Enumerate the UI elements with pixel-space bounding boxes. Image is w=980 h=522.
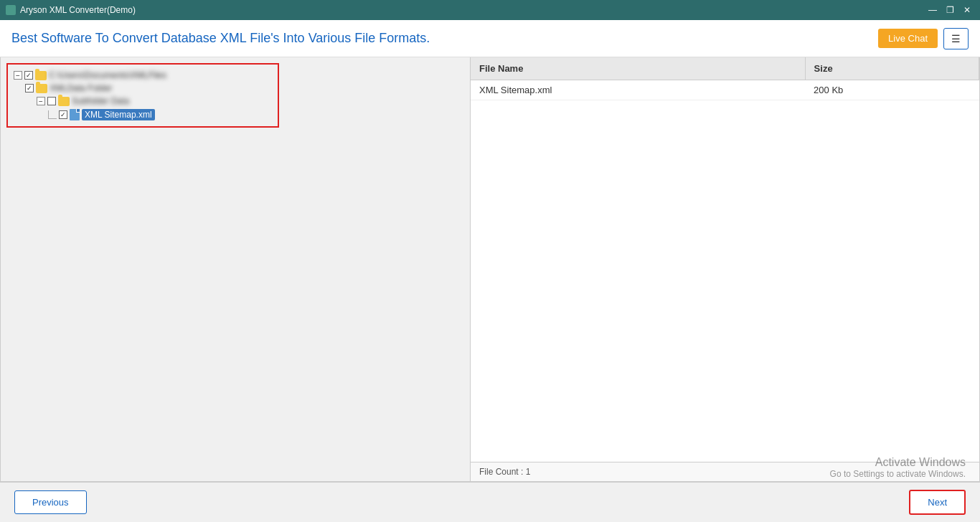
tree-checkbox-4[interactable] bbox=[59, 110, 67, 119]
folder-icon-2 bbox=[36, 84, 47, 93]
col-size: Size bbox=[805, 57, 979, 80]
table-row: XML Sitemap.xml200 Kb bbox=[471, 80, 979, 100]
file-table: File Name Size XML Sitemap.xml200 Kb bbox=[471, 57, 979, 100]
menu-button[interactable]: ☰ bbox=[943, 28, 969, 49]
tree-expand-3[interactable]: − bbox=[37, 97, 45, 105]
close-button[interactable]: ✕ bbox=[960, 4, 974, 16]
title-bar: Aryson XML Converter(Demo) — ❐ ✕ bbox=[0, 0, 980, 20]
file-table-header: File Name Size bbox=[471, 57, 979, 80]
header-bar: Best Software To Convert Database XML Fi… bbox=[0, 20, 980, 57]
file-count-bar: File Count : 1 bbox=[471, 462, 979, 481]
tree-expand-1[interactable]: − bbox=[14, 71, 22, 80]
main-content: − C:\Users\Documents\XMLFiles XMLData Fo… bbox=[0, 57, 980, 482]
right-panel: File Name Size XML Sitemap.xml200 Kb Fil… bbox=[471, 57, 980, 482]
left-panel: − C:\Users\Documents\XMLFiles XMLData Fo… bbox=[0, 57, 471, 482]
tree-checkbox-3[interactable] bbox=[47, 97, 56, 105]
previous-button[interactable]: Previous bbox=[14, 490, 87, 514]
tree-checkbox-2[interactable] bbox=[25, 84, 34, 92]
minimize-button[interactable]: — bbox=[925, 4, 940, 16]
col-filename: File Name bbox=[471, 57, 805, 80]
tree-row-2: XMLData Folder bbox=[25, 82, 272, 95]
tree-row-4: XML Sitemap.xml bbox=[48, 108, 272, 122]
header-actions: Live Chat ☰ bbox=[878, 28, 969, 49]
window-controls: — ❐ ✕ bbox=[925, 4, 974, 16]
next-button[interactable]: Next bbox=[909, 490, 966, 515]
tree-label-4[interactable]: XML Sitemap.xml bbox=[82, 109, 155, 120]
app-icon bbox=[6, 5, 16, 15]
tree-label-3: Subfolder Data bbox=[72, 96, 129, 106]
file-name-cell: XML Sitemap.xml bbox=[471, 80, 805, 100]
xml-file-icon bbox=[70, 109, 80, 120]
maximize-button[interactable]: ❐ bbox=[943, 4, 957, 16]
bottom-bar: Previous Next bbox=[0, 482, 980, 522]
title-bar-left: Aryson XML Converter(Demo) bbox=[6, 5, 136, 15]
tree-container: − C:\Users\Documents\XMLFiles XMLData Fo… bbox=[1, 57, 470, 133]
tree-highlight-box: − C:\Users\Documents\XMLFiles XMLData Fo… bbox=[6, 63, 279, 128]
file-table-body: XML Sitemap.xml200 Kb bbox=[471, 80, 979, 100]
file-size-cell: 200 Kb bbox=[805, 80, 979, 100]
live-chat-button[interactable]: Live Chat bbox=[878, 29, 938, 48]
folder-icon-3 bbox=[58, 97, 70, 106]
tree-label-2: XMLData Folder bbox=[50, 83, 112, 93]
line-connector-4 bbox=[48, 110, 57, 119]
tree-label-1: C:\Users\Documents\XMLFiles bbox=[49, 70, 166, 80]
tree-row-1: − C:\Users\Documents\XMLFiles bbox=[14, 69, 272, 82]
tree-checkbox-1[interactable] bbox=[24, 71, 33, 80]
header-tagline: Best Software To Convert Database XML Fi… bbox=[11, 31, 430, 46]
tree-row-3: − Subfolder Data bbox=[37, 95, 272, 108]
file-list-area: File Name Size XML Sitemap.xml200 Kb bbox=[471, 57, 979, 462]
app-title: Aryson XML Converter(Demo) bbox=[20, 5, 136, 15]
folder-icon-1 bbox=[35, 71, 47, 80]
